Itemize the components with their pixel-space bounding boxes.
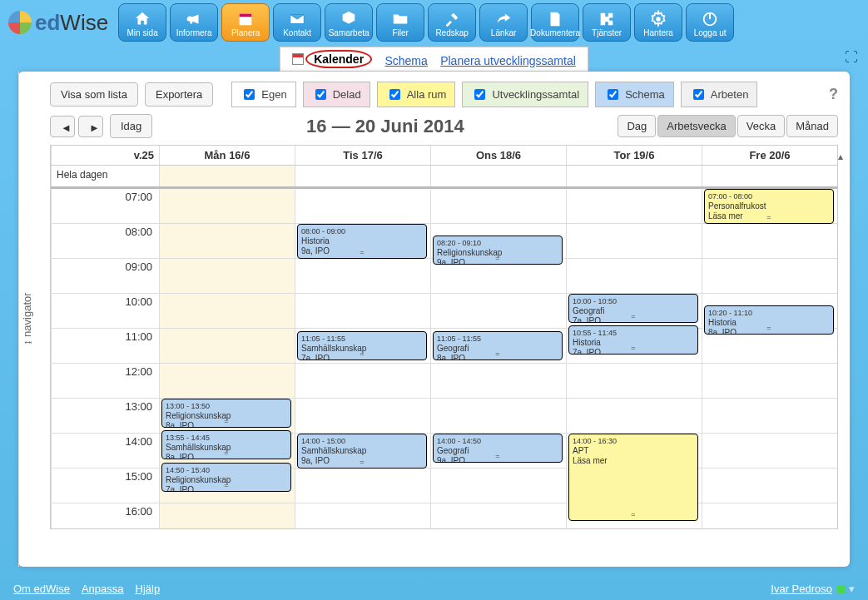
time-cell[interactable]: [295, 469, 430, 503]
event-resize-handle[interactable]: =: [360, 457, 364, 467]
time-cell[interactable]: [702, 399, 837, 434]
nav-informera[interactable]: Informera: [170, 3, 218, 42]
calendar-event[interactable]: 10:20 - 11:10Historia8a, IPO=: [704, 305, 834, 335]
nav-tjanster[interactable]: Tjänster: [583, 3, 631, 42]
footer-hjalp[interactable]: Hjälp: [136, 583, 161, 595]
time-cell[interactable]: [431, 294, 566, 329]
filter-alla-rum-checkbox[interactable]: [389, 89, 400, 100]
filter-delad[interactable]: Delad: [303, 82, 370, 107]
calendar-event[interactable]: 08:00 - 09:00Historia9a, IPO=: [297, 224, 427, 259]
calendar-event[interactable]: 10:55 - 11:45Historia7a, IPO=: [568, 325, 698, 355]
event-resize-handle[interactable]: =: [360, 247, 364, 257]
allday-fri[interactable]: [702, 166, 837, 186]
time-cell[interactable]: [431, 469, 566, 503]
footer-anpassa[interactable]: Anpassa: [82, 583, 124, 595]
event-resize-handle[interactable]: =: [224, 448, 228, 458]
time-cell[interactable]: [702, 224, 837, 259]
scrollbar[interactable]: ▴: [835, 151, 846, 527]
event-resize-handle[interactable]: =: [495, 349, 499, 359]
time-cell[interactable]: [702, 434, 837, 469]
calendar-event[interactable]: 14:50 - 15:40Religionskunskap7a, IPO=: [161, 463, 291, 492]
exportera-button[interactable]: Exportera: [145, 82, 213, 107]
time-cell[interactable]: [702, 503, 837, 528]
calendar-scroll[interactable]: 07:0008:0009:0010:0011:0012:0013:0014:00…: [51, 189, 837, 528]
calendar-event[interactable]: 11:05 - 11:55Samhällskunskap7a, IPO=: [297, 331, 427, 360]
nav-min-sida[interactable]: Min sida: [118, 3, 166, 42]
event-resize-handle[interactable]: =: [224, 416, 228, 426]
event-resize-handle[interactable]: =: [766, 212, 771, 222]
calendar-event[interactable]: 13:55 - 14:45Samhällskunskap8a, IPO=: [161, 430, 291, 459]
allday-wed[interactable]: [430, 166, 566, 186]
day-column-fri[interactable]: 07:00 - 08:00PersonalfrukostLäsa mer=10:…: [702, 189, 837, 528]
filter-egen-checkbox[interactable]: [244, 89, 255, 100]
filter-egen[interactable]: Egen: [231, 82, 295, 107]
time-cell[interactable]: [431, 503, 566, 528]
view-dag[interactable]: Dag: [618, 115, 656, 137]
allday-thu[interactable]: [566, 166, 702, 186]
footer-user[interactable]: Ivar Pedroso: [771, 583, 832, 595]
event-resize-handle[interactable]: =: [766, 323, 771, 333]
visa-som-lista-button[interactable]: Visa som lista: [50, 82, 138, 107]
navigator-tab[interactable]: ↨ navigator: [18, 72, 38, 567]
calendar-event[interactable]: 14:00 - 15:00Samhällskunskap9a, IPO=: [297, 434, 427, 469]
subtab-schema[interactable]: Schema: [384, 54, 427, 67]
scroll-up-icon[interactable]: ▴: [835, 151, 846, 162]
time-cell[interactable]: [567, 224, 702, 259]
time-cell[interactable]: [295, 189, 430, 224]
filter-schema[interactable]: Schema: [595, 82, 674, 107]
time-cell[interactable]: [567, 364, 702, 399]
presence-dropdown-icon[interactable]: ▾: [849, 583, 855, 595]
time-cell[interactable]: [160, 329, 295, 364]
view-vecka[interactable]: Vecka: [737, 115, 785, 137]
nav-dokumentera[interactable]: Dokumentera: [531, 3, 579, 42]
calendar-event[interactable]: 10:00 - 10:50Geografi7a, IPO=: [568, 294, 698, 323]
time-cell[interactable]: [431, 189, 566, 224]
time-cell[interactable]: [567, 189, 702, 224]
view-manad[interactable]: Månad: [786, 115, 838, 137]
event-resize-handle[interactable]: =: [360, 349, 364, 359]
idag-button[interactable]: Idag: [110, 114, 152, 138]
event-resize-handle[interactable]: =: [495, 451, 499, 461]
allday-mon[interactable]: [159, 166, 295, 186]
time-cell[interactable]: [702, 364, 837, 399]
next-week-button[interactable]: ►: [78, 116, 103, 137]
help-icon[interactable]: ?: [829, 86, 838, 103]
time-cell[interactable]: [160, 224, 295, 259]
nav-kontakt[interactable]: Kontakt: [273, 3, 321, 42]
day-column-tue[interactable]: 08:00 - 09:00Historia9a, IPO=11:05 - 11:…: [295, 189, 430, 528]
calendar-event[interactable]: 13:00 - 13:50Religionskunskap8a, IPO=: [161, 399, 291, 428]
nav-filer[interactable]: Filer: [376, 3, 424, 42]
filter-utvecklingssamtal[interactable]: Utvecklingssamtal: [462, 82, 588, 107]
event-resize-handle[interactable]: =: [224, 480, 228, 490]
time-cell[interactable]: [567, 259, 702, 294]
nav-redskap[interactable]: Redskap: [428, 3, 476, 42]
time-cell[interactable]: [295, 399, 430, 434]
calendar-event[interactable]: 07:00 - 08:00PersonalfrukostLäsa mer=: [704, 189, 834, 224]
filter-utv-checkbox[interactable]: [474, 89, 485, 100]
time-cell[interactable]: [160, 189, 295, 224]
calendar-event[interactable]: 14:00 - 16:30APTLäsa mer=: [568, 434, 698, 521]
event-resize-handle[interactable]: =: [631, 343, 635, 353]
time-cell[interactable]: [295, 294, 430, 329]
time-cell[interactable]: [295, 259, 430, 294]
day-column-mon[interactable]: 13:00 - 13:50Religionskunskap8a, IPO=13:…: [159, 189, 295, 528]
time-cell[interactable]: [431, 399, 566, 434]
time-cell[interactable]: [567, 399, 702, 434]
subtab-planera-utvecklingssamtal[interactable]: Planera utvecklingssamtal: [440, 54, 576, 67]
time-cell[interactable]: [295, 364, 430, 399]
filter-schema-checkbox[interactable]: [608, 89, 618, 100]
subtab-kalender[interactable]: Kalender: [292, 50, 372, 68]
time-cell[interactable]: [295, 503, 430, 528]
allday-tue[interactable]: [295, 166, 430, 186]
time-cell[interactable]: [160, 364, 295, 399]
nav-hantera[interactable]: Hantera: [634, 3, 682, 42]
nav-logga-ut[interactable]: Logga ut: [686, 3, 734, 42]
time-cell[interactable]: [702, 469, 837, 503]
day-column-wed[interactable]: 08:20 - 09:10Religionskunskap9a, IPO=11:…: [430, 189, 566, 528]
prev-week-button[interactable]: ◄: [50, 116, 75, 137]
filter-arbeten[interactable]: Arbeten: [681, 82, 758, 107]
time-cell[interactable]: [160, 503, 295, 528]
nav-samarbeta[interactable]: Samarbeta: [325, 3, 373, 42]
calendar-event[interactable]: 14:00 - 14:50Geografi9a, IPO=: [433, 434, 563, 463]
event-resize-handle[interactable]: =: [495, 253, 499, 263]
